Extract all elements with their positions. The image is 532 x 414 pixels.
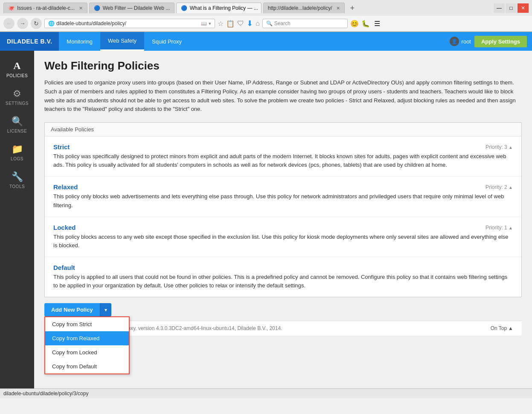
url-chevron: ▾ — [209, 21, 211, 26]
nav-websafety[interactable]: Web Safety — [100, 32, 144, 51]
browser-tab-1[interactable]: 🐙 Issues · ra-at-diladele-c... ✕ — [3, 3, 87, 13]
on-top-arrow: ▲ — [508, 325, 513, 331]
tab4-label: http://diladele...ladele/policy/ — [268, 5, 332, 11]
app-header: DILADELE B.V. Monitoring Web Safety Squi… — [0, 32, 532, 51]
copy-default-item[interactable]: Copy from Default — [45, 359, 129, 373]
menu-icon[interactable]: ☰ — [374, 20, 380, 28]
browser-tab-3[interactable]: 🔵 What is a Filtering Policy — ... ✕ — [176, 3, 262, 13]
username: root — [462, 38, 471, 45]
pocket-icon[interactable]: 🛡 — [237, 20, 244, 27]
strict-priority: Priority: 3 ▲ — [485, 144, 513, 150]
tab1-close[interactable]: ✕ — [79, 6, 83, 11]
bottom-bar: Add New Policy ▾ Copy from Strict Copy f… — [44, 297, 522, 321]
window-controls: — □ ✕ — [494, 3, 529, 13]
policy-locked: Priority: 1 ▲ Locked This policy blocks … — [45, 217, 521, 257]
smiley-icon[interactable]: 😊 — [350, 20, 359, 28]
screenshot-icon[interactable]: 📋 — [226, 20, 235, 28]
search-box[interactable]: 🔍 Search — [262, 19, 348, 28]
locked-link[interactable]: Locked — [53, 224, 76, 231]
user-avatar: 👤 — [450, 37, 459, 46]
url-bar[interactable]: 🌐 diladele-ubuntu/diladele/policy/ 📖 ▾ — [44, 19, 215, 28]
sidebar-item-tools[interactable]: 🔧 TOOLS — [0, 166, 34, 194]
back-button[interactable]: ← — [3, 18, 15, 29]
license-icon: 🔍 — [12, 116, 23, 127]
url-extras: 📖 ▾ — [201, 21, 211, 26]
sidebar: A POLICIES ⚙ SETTINGS 🔍 LICENSE 📁 LOGS 🔧… — [0, 51, 34, 388]
add-new-policy-button[interactable]: Add New Policy — [44, 303, 100, 316]
main-layout: A POLICIES ⚙ SETTINGS 🔍 LICENSE 📁 LOGS 🔧… — [0, 51, 532, 388]
tools-icon: 🔧 — [12, 171, 23, 182]
forward-button[interactable]: → — [17, 18, 28, 29]
logs-label: LOGS — [11, 156, 23, 161]
address-bar: ← → ↻ 🌐 diladele-ubuntu/diladele/policy/… — [0, 16, 532, 32]
extension-icon[interactable]: 🐛 — [361, 20, 370, 28]
copy-strict-item[interactable]: Copy from Strict — [45, 317, 129, 331]
on-top-link[interactable]: On Top ▲ — [491, 325, 513, 331]
nav-squidproxy[interactable]: Squid Proxy — [144, 32, 189, 51]
policy-strict: Priority: 3 ▲ Strict This policy was spe… — [45, 136, 521, 177]
url-text: diladele-ubuntu/diladele/policy/ — [56, 20, 199, 26]
title-bar: 🐙 Issues · ra-at-diladele-c... ✕ 🔵 Web F… — [0, 0, 532, 16]
locked-priority: Priority: 1 ▲ — [485, 225, 513, 231]
status-url: diladele-ubuntu/diladele/policy/3/copy — [3, 391, 88, 397]
browser-tab-2[interactable]: 🔵 Web Filter — Diladele Web ... ✕ — [89, 3, 174, 13]
apply-settings-button[interactable]: Apply Settings — [474, 36, 527, 47]
on-top-label: On Top — [491, 325, 507, 331]
status-bar: diladele-ubuntu/diladele/policy/3/copy — [0, 388, 532, 398]
logs-icon: 📁 — [12, 144, 23, 155]
tab3-icon: 🔵 — [181, 5, 187, 11]
section-header: Available Policies — [45, 123, 521, 136]
strict-link[interactable]: Strict — [53, 143, 70, 151]
page-description: Policies are used to organize proxy user… — [44, 78, 522, 114]
browser-chrome: 🐙 Issues · ra-at-diladele-c... ✕ 🔵 Web F… — [0, 0, 532, 32]
policy-relaxed: Priority: 2 ▲ Relaxed This policy only b… — [45, 177, 521, 217]
add-dropdown-toggle[interactable]: ▾ — [100, 303, 111, 316]
default-desc: This policy is applied to all users that… — [53, 273, 513, 290]
sidebar-item-logs[interactable]: 📁 LOGS — [0, 139, 34, 166]
bookmark-icon[interactable]: ☆ — [218, 20, 224, 28]
policy-default: Default This policy is applied to all us… — [45, 257, 521, 297]
new-tab-button[interactable]: + — [346, 3, 358, 13]
sidebar-item-settings[interactable]: ⚙ SETTINGS — [0, 83, 34, 111]
copy-relaxed-item[interactable]: Copy from Relaxed — [45, 331, 129, 345]
locked-priority-arrow: ▲ — [509, 226, 513, 230]
tab2-label: Web Filter — Diladele Web ... — [103, 5, 170, 11]
maximize-button[interactable]: □ — [506, 3, 517, 13]
user-info: 👤 root — [450, 37, 471, 46]
policies-icon: A — [13, 60, 20, 72]
settings-icon: ⚙ — [13, 88, 21, 99]
brand-logo: DILADELE B.V. — [0, 32, 59, 51]
relaxed-priority: Priority: 2 ▲ — [485, 184, 513, 190]
home-icon[interactable]: ⌂ — [256, 20, 260, 27]
sidebar-item-license[interactable]: 🔍 LICENSE — [0, 111, 34, 139]
add-policy-group: Add New Policy ▾ Copy from Strict Copy f… — [44, 303, 111, 316]
search-placeholder: Search — [274, 20, 291, 26]
app-nav: Monitoring Web Safety Squid Proxy — [59, 32, 189, 51]
policies-label: POLICIES — [6, 73, 28, 78]
relaxed-desc: This policy only blocks web advertisemen… — [53, 192, 513, 209]
reader-icon: 📖 — [201, 21, 207, 26]
strict-desc: This policy was specifically designed to… — [53, 152, 513, 169]
nav-monitoring[interactable]: Monitoring — [59, 32, 100, 51]
policies-section: Available Policies Priority: 3 ▲ Strict … — [44, 122, 522, 297]
search-icon: 🔍 — [266, 20, 273, 26]
license-label: LICENSE — [7, 129, 27, 133]
tab4-close[interactable]: ✕ — [336, 6, 340, 11]
close-window-button[interactable]: ✕ — [517, 3, 529, 13]
tools-label: TOOLS — [9, 184, 25, 189]
minimize-button[interactable]: — — [494, 3, 505, 13]
locked-desc: This policy blocks access to any web sit… — [53, 233, 513, 250]
reload-button[interactable]: ↻ — [31, 18, 42, 29]
tab1-label: Issues · ra-at-diladele-c... — [17, 5, 75, 11]
tab1-icon: 🐙 — [8, 5, 15, 11]
browser-tab-4[interactable]: http://diladele...ladele/policy/ ✕ — [263, 3, 345, 13]
copy-locked-item[interactable]: Copy from Locked — [45, 345, 129, 359]
default-link[interactable]: Default — [53, 264, 75, 271]
download-icon[interactable]: ⬇ — [247, 19, 253, 28]
relaxed-link[interactable]: Relaxed — [53, 183, 78, 191]
tab3-label: What is a Filtering Policy — ... — [190, 5, 258, 11]
sidebar-item-policies[interactable]: A POLICIES — [0, 55, 34, 83]
header-right: 👤 root Apply Settings — [450, 36, 532, 47]
url-lock-icon: 🌐 — [48, 20, 55, 26]
main-content: Web Filtering Policies Policies are used… — [34, 51, 532, 388]
